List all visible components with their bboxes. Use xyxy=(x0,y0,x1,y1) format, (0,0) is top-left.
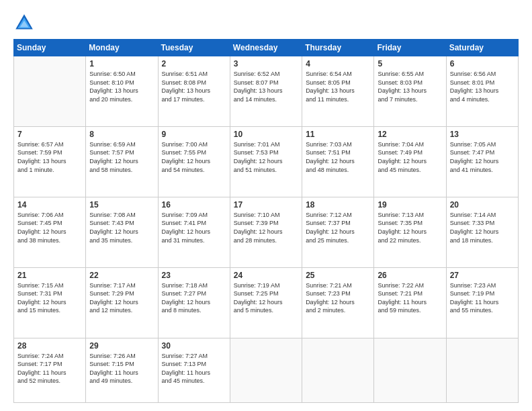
day-info: Sunrise: 7:15 AMSunset: 7:31 PMDaylight:… xyxy=(17,281,82,315)
calendar-cell: 17Sunrise: 7:10 AMSunset: 7:39 PMDayligh… xyxy=(230,197,302,267)
day-info: Sunrise: 7:06 AMSunset: 7:45 PMDaylight:… xyxy=(17,211,82,244)
day-number: 11 xyxy=(306,130,370,139)
header xyxy=(13,12,519,34)
weekday-header-tuesday: Tuesday xyxy=(158,40,230,56)
calendar-cell: 27Sunrise: 7:23 AMSunset: 7:19 PMDayligh… xyxy=(446,267,518,338)
day-info: Sunrise: 7:05 AMSunset: 7:47 PMDaylight:… xyxy=(450,140,515,174)
calendar-cell xyxy=(302,338,374,402)
calendar-cell xyxy=(14,56,86,127)
day-number: 13 xyxy=(450,130,515,139)
day-info: Sunrise: 7:13 AMSunset: 7:35 PMDaylight:… xyxy=(378,211,442,244)
day-number: 20 xyxy=(450,200,515,210)
calendar-cell: 4Sunrise: 6:54 AMSunset: 8:05 PMDaylight… xyxy=(302,56,374,127)
day-info: Sunrise: 7:14 AMSunset: 7:33 PMDaylight:… xyxy=(450,211,515,244)
day-info: Sunrise: 6:57 AMSunset: 7:59 PMDaylight:… xyxy=(17,140,82,174)
day-info: Sunrise: 6:54 AMSunset: 8:05 PMDaylight:… xyxy=(306,70,370,103)
calendar-cell: 22Sunrise: 7:17 AMSunset: 7:29 PMDayligh… xyxy=(86,267,158,338)
calendar-table: SundayMondayTuesdayWednesdayThursdayFrid… xyxy=(13,39,519,403)
weekday-header-friday: Friday xyxy=(374,40,446,56)
day-number: 24 xyxy=(234,271,298,280)
calendar-cell: 21Sunrise: 7:15 AMSunset: 7:31 PMDayligh… xyxy=(14,267,86,338)
calendar-cell: 14Sunrise: 7:06 AMSunset: 7:45 PMDayligh… xyxy=(14,197,86,267)
day-number: 18 xyxy=(306,200,370,210)
day-number: 21 xyxy=(17,271,82,280)
day-number: 15 xyxy=(89,200,154,210)
day-info: Sunrise: 6:50 AMSunset: 8:10 PMDaylight:… xyxy=(89,70,154,103)
calendar-cell: 28Sunrise: 7:24 AMSunset: 7:17 PMDayligh… xyxy=(14,338,86,402)
calendar-cell xyxy=(374,338,446,402)
logo xyxy=(13,12,38,34)
day-info: Sunrise: 7:24 AMSunset: 7:17 PMDaylight:… xyxy=(17,352,82,385)
calendar-cell: 23Sunrise: 7:18 AMSunset: 7:27 PMDayligh… xyxy=(158,267,230,338)
calendar-week-5: 28Sunrise: 7:24 AMSunset: 7:17 PMDayligh… xyxy=(14,338,519,402)
weekday-header-saturday: Saturday xyxy=(446,40,518,56)
calendar-cell: 5Sunrise: 6:55 AMSunset: 8:03 PMDaylight… xyxy=(374,56,446,127)
day-info: Sunrise: 6:59 AMSunset: 7:57 PMDaylight:… xyxy=(89,140,154,174)
day-number: 29 xyxy=(89,341,154,351)
calendar-cell: 1Sunrise: 6:50 AMSunset: 8:10 PMDaylight… xyxy=(86,56,158,127)
calendar-cell: 8Sunrise: 6:59 AMSunset: 7:57 PMDaylight… xyxy=(86,126,158,197)
day-info: Sunrise: 7:04 AMSunset: 7:49 PMDaylight:… xyxy=(378,140,442,174)
day-info: Sunrise: 7:17 AMSunset: 7:29 PMDaylight:… xyxy=(89,281,154,315)
calendar-cell: 2Sunrise: 6:51 AMSunset: 8:08 PMDaylight… xyxy=(158,56,230,127)
day-number: 27 xyxy=(450,271,515,280)
day-number: 5 xyxy=(378,59,442,68)
weekday-header-thursday: Thursday xyxy=(302,40,374,56)
calendar-cell: 25Sunrise: 7:21 AMSunset: 7:23 PMDayligh… xyxy=(302,267,374,338)
calendar-cell: 16Sunrise: 7:09 AMSunset: 7:41 PMDayligh… xyxy=(158,197,230,267)
day-info: Sunrise: 7:10 AMSunset: 7:39 PMDaylight:… xyxy=(234,211,298,244)
calendar-cell: 12Sunrise: 7:04 AMSunset: 7:49 PMDayligh… xyxy=(374,126,446,197)
calendar-week-4: 21Sunrise: 7:15 AMSunset: 7:31 PMDayligh… xyxy=(14,267,519,338)
weekday-header-wednesday: Wednesday xyxy=(230,40,302,56)
day-info: Sunrise: 7:22 AMSunset: 7:21 PMDaylight:… xyxy=(378,281,442,315)
weekday-header-monday: Monday xyxy=(86,40,158,56)
day-number: 30 xyxy=(162,341,226,351)
calendar-cell: 11Sunrise: 7:03 AMSunset: 7:51 PMDayligh… xyxy=(302,126,374,197)
calendar-cell: 18Sunrise: 7:12 AMSunset: 7:37 PMDayligh… xyxy=(302,197,374,267)
day-info: Sunrise: 6:52 AMSunset: 8:07 PMDaylight:… xyxy=(234,70,298,103)
day-number: 17 xyxy=(234,200,298,210)
day-info: Sunrise: 7:00 AMSunset: 7:55 PMDaylight:… xyxy=(162,140,226,174)
calendar-week-2: 7Sunrise: 6:57 AMSunset: 7:59 PMDaylight… xyxy=(14,126,519,197)
calendar-cell: 9Sunrise: 7:00 AMSunset: 7:55 PMDaylight… xyxy=(158,126,230,197)
calendar-cell: 19Sunrise: 7:13 AMSunset: 7:35 PMDayligh… xyxy=(374,197,446,267)
day-number: 16 xyxy=(162,200,226,210)
day-info: Sunrise: 7:09 AMSunset: 7:41 PMDaylight:… xyxy=(162,211,226,244)
day-info: Sunrise: 7:18 AMSunset: 7:27 PMDaylight:… xyxy=(162,281,226,315)
weekday-header-sunday: Sunday xyxy=(14,40,86,56)
day-info: Sunrise: 7:27 AMSunset: 7:13 PMDaylight:… xyxy=(162,352,226,385)
day-info: Sunrise: 7:21 AMSunset: 7:23 PMDaylight:… xyxy=(306,281,370,315)
day-info: Sunrise: 7:03 AMSunset: 7:51 PMDaylight:… xyxy=(306,140,370,174)
calendar-cell: 10Sunrise: 7:01 AMSunset: 7:53 PMDayligh… xyxy=(230,126,302,197)
calendar-cell: 24Sunrise: 7:19 AMSunset: 7:25 PMDayligh… xyxy=(230,267,302,338)
day-info: Sunrise: 7:26 AMSunset: 7:15 PMDaylight:… xyxy=(89,352,154,385)
day-number: 3 xyxy=(234,59,298,68)
calendar-cell: 13Sunrise: 7:05 AMSunset: 7:47 PMDayligh… xyxy=(446,126,518,197)
calendar-cell: 29Sunrise: 7:26 AMSunset: 7:15 PMDayligh… xyxy=(86,338,158,402)
page: SundayMondayTuesdayWednesdayThursdayFrid… xyxy=(0,0,532,411)
day-number: 6 xyxy=(450,59,515,68)
day-info: Sunrise: 7:01 AMSunset: 7:53 PMDaylight:… xyxy=(234,140,298,174)
day-info: Sunrise: 6:56 AMSunset: 8:01 PMDaylight:… xyxy=(450,70,515,103)
calendar-cell: 6Sunrise: 6:56 AMSunset: 8:01 PMDaylight… xyxy=(446,56,518,127)
day-number: 23 xyxy=(162,271,226,280)
day-number: 4 xyxy=(306,59,370,68)
day-number: 1 xyxy=(89,59,154,68)
day-info: Sunrise: 7:23 AMSunset: 7:19 PMDaylight:… xyxy=(450,281,515,315)
calendar-cell: 26Sunrise: 7:22 AMSunset: 7:21 PMDayligh… xyxy=(374,267,446,338)
day-number: 26 xyxy=(378,271,442,280)
day-number: 14 xyxy=(17,200,82,210)
logo-icon xyxy=(13,12,35,34)
day-number: 2 xyxy=(162,59,226,68)
day-number: 22 xyxy=(89,271,154,280)
calendar-cell: 20Sunrise: 7:14 AMSunset: 7:33 PMDayligh… xyxy=(446,197,518,267)
day-number: 7 xyxy=(17,130,82,139)
day-info: Sunrise: 7:08 AMSunset: 7:43 PMDaylight:… xyxy=(89,211,154,244)
day-info: Sunrise: 6:51 AMSunset: 8:08 PMDaylight:… xyxy=(162,70,226,103)
day-number: 28 xyxy=(17,341,82,351)
day-info: Sunrise: 7:12 AMSunset: 7:37 PMDaylight:… xyxy=(306,211,370,244)
day-number: 8 xyxy=(89,130,154,139)
weekday-header-row: SundayMondayTuesdayWednesdayThursdayFrid… xyxy=(14,40,519,56)
day-info: Sunrise: 6:55 AMSunset: 8:03 PMDaylight:… xyxy=(378,70,442,103)
day-number: 12 xyxy=(378,130,442,139)
